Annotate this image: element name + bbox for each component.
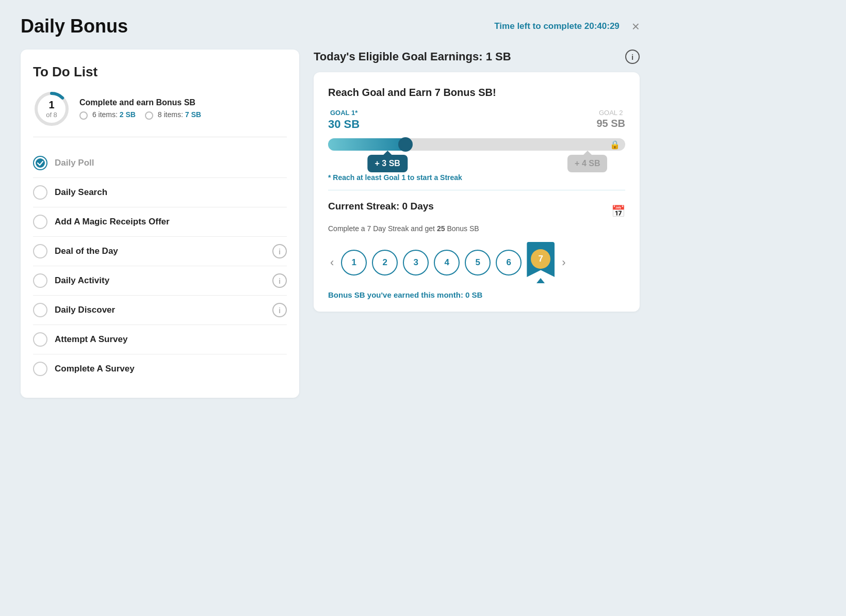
progress-description: Complete and earn Bonus SB xyxy=(79,98,201,107)
todo-item-label: Deal of the Day xyxy=(55,246,265,256)
todo-checkbox xyxy=(33,362,47,376)
page-title: Daily Bonus xyxy=(21,15,128,37)
goal2-label: GOAL 2 xyxy=(596,109,625,117)
lock-icon: 🔒 xyxy=(610,140,620,150)
goal1-col: GOAL 1* 30 SB xyxy=(328,109,360,131)
streak-day-6: 6 xyxy=(496,250,522,275)
checkmark-icon xyxy=(33,156,47,170)
streak-title: Current Streak: 0 Days xyxy=(328,201,434,212)
streak-days: ‹ 1 2 3 4 5 6 7 › xyxy=(328,242,625,283)
option2: 8 items: 7 SB xyxy=(145,110,201,119)
progress-dot xyxy=(398,137,413,152)
streak-prev-button[interactable]: ‹ xyxy=(328,256,336,269)
progress-current: 1 xyxy=(46,99,57,111)
option1-count: 6 items: xyxy=(92,110,118,119)
todo-checkbox xyxy=(33,303,47,317)
time-value: 20:40:29 xyxy=(584,21,620,31)
todo-item-label: Daily Poll xyxy=(55,158,287,168)
todo-item-label: Add A Magic Receipts Offer xyxy=(55,217,287,227)
todo-panel: To Do List 1 of 8 Complete and earn Bonu… xyxy=(21,50,299,398)
divider xyxy=(328,190,625,190)
list-item[interactable]: Attempt A Survey xyxy=(33,325,287,354)
info-icon[interactable]: i xyxy=(272,273,287,288)
streak-desc-suffix: Bonus SB xyxy=(447,224,479,233)
progress-options: 6 items: 2 SB 8 items: 7 SB xyxy=(79,110,201,119)
streak-day-7-container: 7 xyxy=(527,242,555,283)
streak-desc-amount: 25 xyxy=(437,224,445,233)
goal1-label: GOAL 1* xyxy=(328,109,360,117)
streak-day-4: 4 xyxy=(434,250,460,275)
list-item[interactable]: Daily Discover i xyxy=(33,296,287,325)
streak-day-7: 7 xyxy=(531,249,550,269)
header-right: Time left to complete 20:40:29 × xyxy=(494,20,640,33)
todo-item-label: Daily Activity xyxy=(55,275,265,286)
goal-card: Reach Goal and Earn 7 Bonus SB! GOAL 1* … xyxy=(314,72,640,312)
radio-option1 xyxy=(79,111,88,120)
streak-day-5: 5 xyxy=(465,250,491,275)
todo-title: To Do List xyxy=(33,64,287,80)
right-header: Today's Eligible Goal Earnings: 1 SB i xyxy=(314,50,640,64)
todo-checkbox xyxy=(33,273,47,288)
time-left-label: Time left to complete 20:40:29 xyxy=(494,21,620,31)
progress-circle: 1 of 8 xyxy=(33,90,70,127)
streak-section: Current Streak: 0 Days 📅 Complete a 7 Da… xyxy=(328,199,625,299)
circle-label: 1 of 8 xyxy=(46,99,57,119)
streak-desc: Complete a 7 Day Streak and get 25 Bonus… xyxy=(328,224,625,233)
option1-value: 2 SB xyxy=(120,110,136,119)
todo-item-label: Daily Search xyxy=(55,187,287,198)
eligible-label: Today's Eligible Goal Earnings: 1 SB xyxy=(314,50,511,63)
progress-info: Complete and earn Bonus SB 6 items: 2 SB… xyxy=(79,98,201,119)
time-left-text: Time left to complete xyxy=(494,21,582,31)
list-item[interactable]: Complete A Survey xyxy=(33,354,287,383)
list-item[interactable]: Add A Magic Receipts Offer xyxy=(33,207,287,237)
goal1-amount: 30 SB xyxy=(328,118,360,131)
todo-item-label: Complete A Survey xyxy=(55,364,287,374)
streak-desc-prefix: Complete a 7 Day Streak and get xyxy=(328,224,435,233)
bonus-badge-goal2: + 4 SB xyxy=(567,155,607,172)
page-header: Daily Bonus Time left to complete 20:40:… xyxy=(21,15,640,37)
list-item[interactable]: Daily Search xyxy=(33,178,287,207)
eligible-info-icon[interactable]: i xyxy=(625,50,640,64)
option1: 6 items: 2 SB xyxy=(79,110,136,119)
todo-item-label: Daily Discover xyxy=(55,305,265,315)
todo-checkbox xyxy=(33,215,47,229)
goals-row: GOAL 1* 30 SB GOAL 2 95 SB xyxy=(328,109,625,131)
streak-next-button[interactable]: › xyxy=(560,256,567,269)
todo-checkbox xyxy=(33,332,47,347)
info-icon[interactable]: i xyxy=(272,244,287,258)
bookmark-icon: 7 xyxy=(527,242,555,277)
info-icon[interactable]: i xyxy=(272,303,287,317)
option2-count: 8 items: xyxy=(158,110,183,119)
right-panel: Today's Eligible Goal Earnings: 1 SB i R… xyxy=(314,50,640,312)
svg-point-3 xyxy=(36,158,45,168)
streak-day-2: 2 xyxy=(372,250,398,275)
goal2-col: GOAL 2 95 SB xyxy=(596,109,625,131)
goal-progress-bar: 🔒 + 3 SB + 4 SB xyxy=(328,138,625,151)
streak-day-1: 1 xyxy=(341,250,367,275)
todo-checkbox xyxy=(33,244,47,258)
progress-section: 1 of 8 Complete and earn Bonus SB 6 item… xyxy=(33,90,287,137)
goal2-amount: 95 SB xyxy=(596,118,625,129)
todo-item-label: Attempt A Survey xyxy=(55,334,287,345)
option2-value: 7 SB xyxy=(185,110,201,119)
list-item[interactable]: Daily Poll xyxy=(33,149,287,178)
bonus-month: Bonus SB you've earned this month: 0 SB xyxy=(328,290,625,299)
radio-option2 xyxy=(145,111,153,120)
list-item[interactable]: Daily Activity i xyxy=(33,266,287,296)
bonus-badge-goal1: + 3 SB xyxy=(368,155,408,172)
todo-checkbox xyxy=(33,185,47,200)
streak-day-3: 3 xyxy=(403,250,429,275)
todo-list: Daily Poll Daily Search Add A Magic Rece… xyxy=(33,149,287,383)
streak-header: Current Streak: 0 Days 📅 xyxy=(328,201,625,222)
close-button[interactable]: × xyxy=(632,20,640,33)
goal-card-title: Reach Goal and Earn 7 Bonus SB! xyxy=(328,87,625,99)
calendar-icon[interactable]: 📅 xyxy=(611,205,625,218)
list-item[interactable]: Deal of the Day i xyxy=(33,237,287,266)
arrow-up-icon xyxy=(536,278,545,283)
progress-of: of 8 xyxy=(46,111,57,119)
main-layout: To Do List 1 of 8 Complete and earn Bonu… xyxy=(21,50,640,398)
